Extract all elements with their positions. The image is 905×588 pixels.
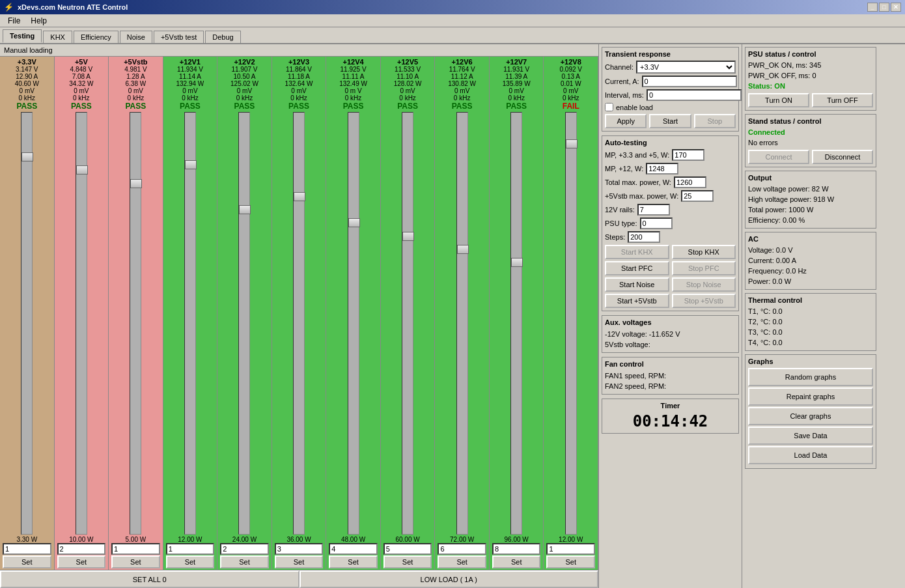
start-button[interactable]: Start [649, 114, 691, 128]
steps-label: Steps: [605, 233, 625, 241]
stop-button[interactable]: Stop [694, 114, 736, 128]
channel-input[interactable] [275, 543, 324, 555]
t4-row: T4, °C: 0.0 [748, 337, 873, 348]
channel-input[interactable] [3, 543, 51, 555]
channel-set-button[interactable]: Set [275, 555, 324, 568]
channel-set-button[interactable]: Set [220, 555, 269, 568]
interval-input[interactable] [647, 89, 742, 101]
stop-vstb-button[interactable]: Stop +5Vstb [672, 294, 736, 308]
channel-set-button[interactable]: Set [111, 555, 160, 568]
channel-input[interactable] [438, 543, 486, 555]
stop-noise-button[interactable]: Stop Noise [672, 277, 736, 292]
save-data-button[interactable]: Save Data [748, 427, 873, 445]
start-vstb-button[interactable]: Start +5Vstb [605, 294, 669, 308]
channel-name: +5V [75, 58, 88, 66]
repaint-graphs-button[interactable]: Repaint graphs [748, 387, 873, 406]
load-data-button[interactable]: Load Data [748, 446, 873, 464]
channel-slider-handle[interactable] [185, 160, 197, 169]
channel-set-button[interactable]: Set [57, 555, 106, 568]
channel-amp: 0.13 A [562, 73, 580, 80]
menu-help[interactable]: Help [25, 15, 52, 27]
connect-button[interactable]: Connect [748, 150, 809, 164]
stop-pfc-button[interactable]: Stop PFC [672, 261, 736, 275]
steps-input[interactable] [628, 231, 660, 243]
channel-slider-handle[interactable] [239, 205, 251, 214]
channel-slider-handle[interactable] [566, 139, 578, 148]
close-button[interactable]: ✕ [891, 3, 901, 12]
channel-status: PASS [71, 102, 92, 111]
clear-graphs-button[interactable]: Clear graphs [748, 407, 873, 425]
channel-set-button[interactable]: Set [3, 555, 51, 568]
vstb-row: 5Vstb voltage: [605, 339, 736, 350]
channel-label: Channel: [605, 63, 634, 71]
total-input[interactable] [674, 176, 706, 188]
channel-select[interactable]: +3.3V [636, 61, 736, 74]
channel-slider-handle[interactable] [130, 179, 142, 188]
disconnect-button[interactable]: Disconnect [812, 150, 873, 164]
channel-volt: 3.147 V [16, 66, 38, 73]
set-all-zero-button[interactable]: SET ALL 0 [0, 570, 299, 588]
random-graphs-button[interactable]: Random graphs [748, 368, 873, 386]
channel-amp: 11.11 A [342, 73, 365, 80]
low-load-button[interactable]: LOW LOAD ( 1A ) [299, 570, 599, 588]
minimize-button[interactable]: _ [867, 3, 878, 12]
channel-amp: 7.08 A [72, 73, 90, 80]
tab-noise[interactable]: Noise [120, 31, 152, 43]
psu-input[interactable] [640, 217, 673, 229]
channel-input[interactable] [492, 543, 541, 555]
current-input[interactable] [642, 76, 737, 87]
channel-input[interactable] [383, 543, 432, 555]
turn-off-button[interactable]: Turn OFF [812, 93, 873, 107]
far-right-panel: PSU status / control PWR_OK ON, ms: 345 … [742, 44, 879, 588]
menu-file[interactable]: File [3, 15, 25, 27]
channel-input[interactable] [166, 543, 215, 555]
tab-5vstb[interactable]: +5Vstb test [154, 31, 204, 43]
ac-frequency: Frequency: 0.0 Hz [748, 266, 873, 276]
channel-input[interactable] [57, 543, 106, 555]
tab-efficiency[interactable]: Efficiency [74, 31, 118, 43]
t1-row: T1, °C: 0.0 [748, 306, 873, 316]
start-pfc-button[interactable]: Start PFC [605, 261, 669, 275]
channel-watt: 34.32 W [69, 80, 93, 87]
maximize-button[interactable]: □ [879, 3, 889, 12]
psu-status-label: Status: ON [748, 81, 873, 91]
channel-slider-handle[interactable] [348, 218, 360, 227]
rails-input[interactable] [637, 204, 670, 216]
tab-khx[interactable]: KHX [43, 31, 72, 43]
channel-slider-handle[interactable] [402, 232, 414, 241]
vstb-input[interactable] [681, 190, 714, 202]
mp33-input[interactable] [672, 149, 704, 161]
stop-khx-button[interactable]: Stop KHX [672, 245, 736, 259]
channel-volt: 11.934 V [177, 66, 203, 73]
channel-input[interactable] [329, 543, 378, 555]
channel-slider-handle[interactable] [511, 258, 523, 267]
channel-khz: 0 kHz [128, 94, 145, 102]
channel-slider-handle[interactable] [294, 192, 305, 201]
mp12-input[interactable] [646, 163, 678, 175]
channel-set-button[interactable]: Set [383, 555, 432, 568]
channel-status: PASS [397, 102, 418, 111]
channel-slider-handle[interactable] [21, 152, 33, 161]
apply-button[interactable]: Apply [605, 114, 647, 128]
channel-input[interactable] [220, 543, 269, 555]
channel-set-button[interactable]: Set [166, 555, 215, 568]
turn-on-button[interactable]: Turn ON [748, 93, 809, 107]
channel-bottom-watt: 36.00 W [286, 536, 311, 543]
channel-slider-handle[interactable] [76, 165, 88, 175]
enable-load-checkbox[interactable] [605, 103, 613, 111]
channel-set-button[interactable]: Set [546, 555, 595, 568]
channel-input[interactable] [111, 543, 160, 555]
start-khx-button[interactable]: Start KHX [605, 245, 669, 259]
tab-testing[interactable]: Testing [3, 29, 42, 43]
tab-debug[interactable]: Debug [205, 31, 240, 43]
channel-amp: 12.90 A [16, 73, 38, 80]
start-noise-button[interactable]: Start Noise [605, 277, 669, 292]
channel-set-button[interactable]: Set [492, 555, 541, 568]
channel-slider-handle[interactable] [457, 245, 469, 254]
channel-input[interactable] [546, 543, 595, 555]
channel-watt: 0.01 W [561, 80, 581, 87]
channel-set-button[interactable]: Set [329, 555, 378, 568]
channel-12V8: +12V8 0.092 V 0.13 A 0.01 W 0 mV 0 kHz F… [544, 57, 598, 570]
channel-mv: 0 m V [344, 87, 361, 94]
channel-set-button[interactable]: Set [438, 555, 486, 568]
